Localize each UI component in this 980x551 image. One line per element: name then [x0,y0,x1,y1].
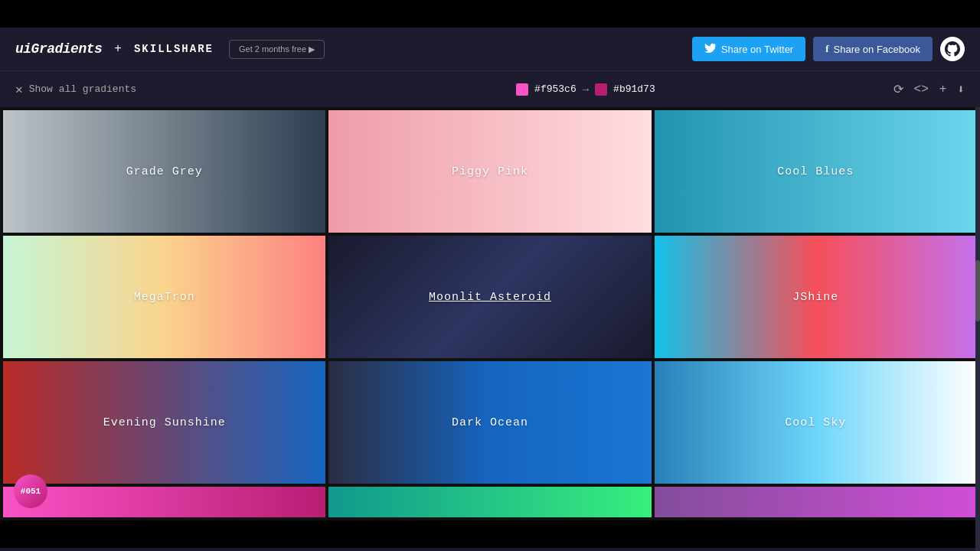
color-arrow: → [583,83,589,96]
header: uiGradients + SKILLSHARE Get 2 months fr… [0,28,980,70]
gradient-card-grade-grey[interactable]: Grade Grey [3,110,325,233]
scrollbar[interactable] [975,107,980,548]
code-icon[interactable]: <> [914,83,929,96]
twitter-share-button[interactable]: Share on Twitter [692,37,805,61]
partial-card-2[interactable] [328,487,651,517]
gradient-label-jshine: JShine [792,291,838,304]
facebook-icon: f [825,43,828,55]
scrollbar-thumb[interactable] [975,260,980,321]
gradient-label-dark-ocean: Dark Ocean [452,416,528,429]
filter-bar: ✕ Show all gradients #f953c6 → #b91d73 ⟳… [0,70,980,107]
counter-badge: #051 [14,474,47,508]
close-icon: ✕ [15,82,23,97]
top-black-bar [0,0,980,28]
color-display: #f953c6 → #b91d73 [516,83,655,96]
show-all-gradients[interactable]: ✕ Show all gradients [15,82,136,97]
gradient-card-jshine[interactable]: JShine [655,236,977,358]
add-icon[interactable]: + [939,83,947,96]
gradient-grid: Grade GreyPiggy PinkCool BluesMegaTronMo… [0,107,980,487]
skillshare-label: SKILLSHARE [134,43,214,55]
download-icon[interactable]: ⬇ [957,82,965,97]
color1-hex: #f953c6 [534,83,577,95]
partial-card-1[interactable] [3,487,325,517]
gradient-label-grade-grey: Grade Grey [126,165,203,178]
facebook-btn-label: Share on Facebook [834,44,920,55]
refresh-icon[interactable]: ⟳ [893,82,903,97]
color2-swatch [595,83,607,96]
filter-right-icons: ⟳ <> + ⬇ [893,82,965,97]
gradient-card-megatron[interactable]: MegaTron [3,236,325,358]
header-actions: Share on Twitter f Share on Facebook [692,37,965,61]
gradient-label-moonlit-asteroid: Moonlit Asteroid [429,291,551,304]
github-button[interactable] [940,37,965,61]
gradient-label-piggy-pink: Piggy Pink [452,165,528,178]
color1-swatch [516,83,528,96]
gradient-card-cool-sky[interactable]: Cool Sky [655,361,977,484]
partial-row [0,487,980,520]
gradient-label-evening-sunshine: Evening Sunshine [103,416,226,429]
color2-hex: #b91d73 [613,83,655,95]
gradient-card-moonlit-asteroid[interactable]: Moonlit Asteroid [328,236,651,358]
show-all-label: Show all gradients [29,83,136,95]
bottom-black-bar [0,520,980,548]
twitter-icon [704,43,717,55]
gradient-label-cool-sky: Cool Sky [785,416,846,429]
gradient-label-megatron: MegaTron [134,291,195,304]
logo-plus: + [114,42,122,56]
partial-card-3[interactable] [655,487,977,517]
twitter-btn-label: Share on Twitter [721,44,793,55]
logo: uiGradients [15,41,102,57]
promo-button[interactable]: Get 2 months free ▶ [229,40,325,59]
gradient-card-cool-blues[interactable]: Cool Blues [655,110,977,233]
facebook-share-button[interactable]: f Share on Facebook [813,37,933,61]
gradient-label-cool-blues: Cool Blues [777,165,854,178]
gradient-card-piggy-pink[interactable]: Piggy Pink [328,110,651,233]
gradient-card-dark-ocean[interactable]: Dark Ocean [328,361,651,484]
gradient-card-evening-sunshine[interactable]: Evening Sunshine [3,361,325,484]
